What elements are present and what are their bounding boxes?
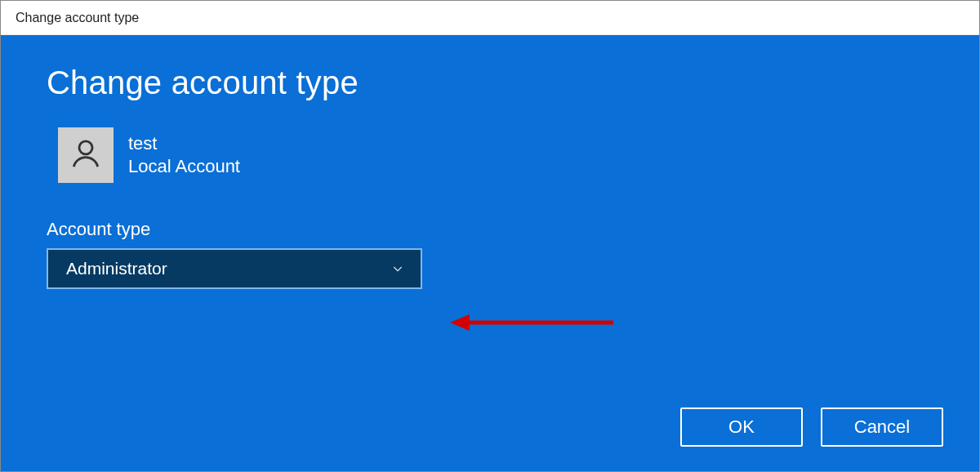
dialog-buttons: OK Cancel (680, 407, 943, 447)
account-type-select[interactable]: Administrator (47, 248, 422, 289)
page-title: Change account type (47, 65, 938, 101)
user-account-kind: Local Account (128, 156, 240, 177)
account-type-value: Administrator (66, 259, 167, 278)
account-type-label: Account type (47, 219, 938, 240)
cancel-button[interactable]: Cancel (821, 407, 943, 447)
dialog-body: Change account type test Local Account A… (1, 35, 979, 471)
chevron-down-icon (391, 262, 404, 275)
user-icon (69, 136, 103, 174)
window-titlebar: Change account type (1, 1, 979, 35)
avatar (58, 127, 114, 183)
user-name: test (128, 133, 240, 154)
ok-button[interactable]: OK (680, 407, 803, 447)
annotation-arrow (442, 306, 621, 339)
window-title: Change account type (16, 11, 139, 25)
user-summary: test Local Account (58, 127, 938, 183)
dialog-window: Change account type Change account type … (0, 0, 980, 472)
user-text: test Local Account (128, 133, 240, 177)
svg-marker-1 (450, 314, 470, 331)
